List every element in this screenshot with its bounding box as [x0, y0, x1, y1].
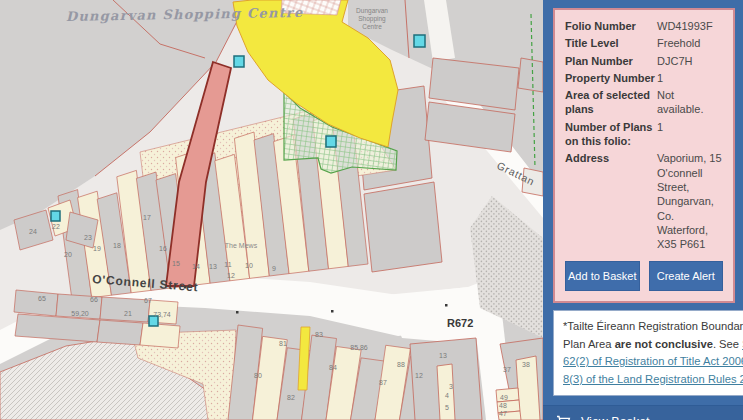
info-label: Property Number [565, 71, 657, 85]
building-number: 14 [192, 263, 200, 270]
building-number: 59,20 [71, 310, 89, 317]
add-to-basket-button[interactable]: Add to Basket [565, 261, 640, 291]
building-number: 16 [159, 245, 167, 252]
building-number: 47 [499, 410, 507, 417]
buildings-south-east [410, 338, 543, 420]
info-row: Title LevelFreehold [565, 36, 723, 50]
building-number: 48 [499, 402, 507, 409]
info-value: Freehold [657, 36, 723, 50]
building-number: 80 [254, 372, 262, 379]
building-number: 65 [38, 295, 46, 302]
parcel-block [364, 182, 442, 272]
building-number: 82 [287, 394, 295, 401]
create-alert-button[interactable]: Create Alert [649, 261, 724, 291]
building-number: 73,74 [153, 311, 171, 318]
street-label: R672 [447, 317, 473, 329]
building-number: 11 [224, 261, 231, 268]
building-number: 12 [227, 272, 235, 279]
folio-info-rows: Folio NumberWD41993FTitle LevelFreeholdP… [565, 19, 723, 251]
building-number: 23 [84, 234, 92, 241]
map-canvas[interactable]: Dungarvan Shopping CentreDungarvanShoppi… [0, 0, 543, 420]
building-number: 49 [500, 394, 508, 401]
info-value: Not available. [657, 88, 723, 117]
info-label: Number of Plans on this folio: [565, 120, 657, 149]
disclaimer-bold: are not conclusive [615, 338, 713, 350]
building-number: 9 [272, 265, 276, 272]
info-row: Folio NumberWD41993F [565, 19, 723, 33]
building-number: 24 [29, 228, 37, 235]
building-number: 4 [445, 392, 449, 399]
building-number: 22 [52, 223, 60, 230]
info-value: 1 [657, 71, 723, 85]
building-number: 15 [172, 260, 180, 267]
info-label: Area of selected plans [565, 88, 657, 117]
info-value: DJC7H [657, 54, 723, 68]
building-number: 88 [397, 361, 405, 368]
info-row: AddressVaporium, 15 O'connell Street, Du… [565, 151, 723, 251]
building-number: 81 [279, 340, 287, 347]
cyan-marker[interactable] [326, 136, 336, 147]
building-number: 87 [379, 379, 387, 386]
side-panel: Folio NumberWD41993FTitle LevelFreeholdP… [543, 0, 743, 420]
panel-menu: View Basket Print Current View Help [543, 405, 743, 420]
info-label: Folio Number [565, 19, 657, 33]
building-number: 85,86 [350, 344, 368, 351]
building-number: 10 [245, 262, 253, 269]
info-value: WD41993F [657, 19, 723, 33]
street-label: Shopping [358, 15, 386, 23]
building-number: 20 [64, 251, 72, 258]
app-window: Dungarvan Shopping CentreDungarvanShoppi… [0, 0, 743, 420]
view-basket-item[interactable]: View Basket [543, 406, 743, 420]
cyan-marker[interactable] [414, 35, 425, 47]
info-label: Address [565, 151, 657, 251]
street-label: The Mews [225, 242, 258, 249]
building-number: 83 [315, 331, 323, 338]
info-row: Plan NumberDJC7H [565, 54, 723, 68]
info-row: Number of Plans on this folio:1 [565, 120, 723, 149]
info-row: Area of selected plansNot available. [565, 88, 723, 117]
info-label: Plan Number [565, 54, 657, 68]
cyan-marker[interactable] [51, 211, 60, 221]
building-number: 3 [449, 383, 453, 390]
building-number: 67 [144, 297, 152, 304]
cyan-marker[interactable] [234, 56, 244, 67]
street-label: Dungarvan [356, 7, 388, 15]
building-number: 66 [90, 296, 98, 303]
building-number: 12 [415, 372, 423, 379]
building-number: 21 [124, 310, 132, 317]
info-value: 1 [657, 120, 723, 149]
building-number: 18 [113, 242, 121, 249]
street-label: Centre [362, 23, 382, 30]
building-number: 5 [445, 404, 449, 411]
building-number: 84 [329, 364, 337, 371]
cart-icon [556, 415, 572, 420]
building-number: 17 [143, 214, 151, 221]
view-basket-label: View Basket [581, 415, 650, 420]
building-number: 19 [93, 245, 101, 252]
info-value: Vaporium, 15 O'connell Street, Dungarvan… [657, 151, 723, 251]
building-number: 38 [522, 361, 530, 368]
map[interactable]: Dungarvan Shopping CentreDungarvanShoppi… [0, 0, 543, 420]
disclaimer-box: *Tailte Éireann Registration Boundaries … [553, 310, 743, 395]
building-number: 37 [503, 366, 511, 373]
info-label: Title Level [565, 36, 657, 50]
info-row: Property Number1 [565, 71, 723, 85]
building-number: 13 [209, 263, 217, 270]
building-number: 13 [439, 352, 447, 359]
folio-info-box: Folio NumberWD41993FTitle LevelFreeholdP… [553, 8, 735, 303]
